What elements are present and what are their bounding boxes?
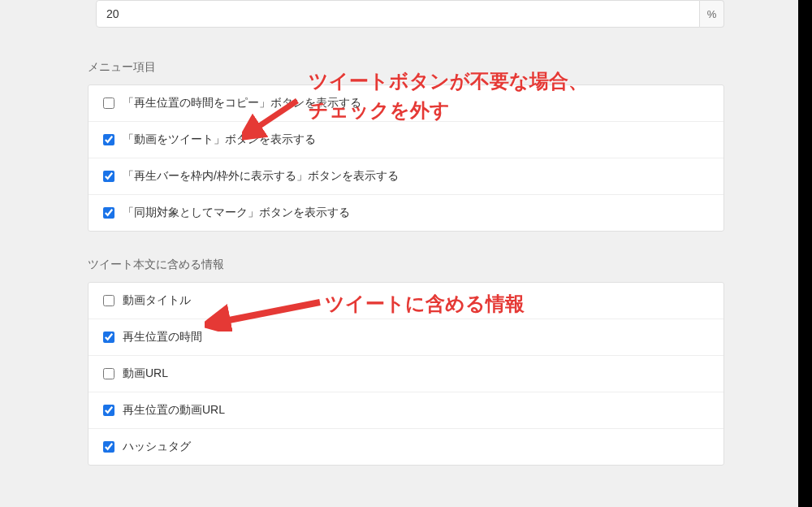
checkbox-label: 「再生バーを枠内/枠外に表示する」ボタンを表示する [123, 169, 399, 184]
checkbox-playback-time[interactable] [103, 332, 114, 343]
panel-menu-items: 「再生位置の時間をコピー」ボタンを表示する 「動画をツイート」ボタンを表示する … [88, 84, 724, 232]
checkbox-video-url[interactable] [103, 368, 114, 379]
checkbox-hashtag[interactable] [103, 441, 114, 453]
checkbox-label: ハッシュタグ [123, 440, 191, 454]
top-input-row: % [96, 0, 724, 28]
page-wrap: % メニュー項目 「再生位置の時間をコピー」ボタンを表示する 「動画をツイート」… [0, 0, 812, 507]
checkbox-label: 「再生位置の時間をコピー」ボタンを表示する [123, 96, 361, 110]
checkbox-label: 「同期対象としてマーク」ボタンを表示する [123, 206, 350, 220]
checkbox-sync-mark[interactable] [103, 207, 114, 219]
checkbox-video-title[interactable] [103, 295, 114, 306]
right-edge [798, 0, 812, 507]
checkbox-tweet-video[interactable] [103, 134, 114, 145]
checkbox-label: 動画タイトル [123, 293, 191, 308]
menu-item-row[interactable]: 「再生バーを枠内/枠外に表示する」ボタンを表示する [89, 158, 723, 195]
percent-input[interactable] [96, 0, 700, 28]
tweet-info-row[interactable]: 動画URL [89, 356, 723, 392]
checkbox-label: 「動画をツイート」ボタンを表示する [123, 132, 316, 147]
menu-item-row[interactable]: 「動画をツイート」ボタンを表示する [89, 122, 723, 158]
tweet-info-row[interactable]: ハッシュタグ [89, 429, 723, 465]
section-label-menu-items: メニュー項目 [88, 57, 724, 78]
tweet-info-row[interactable]: 再生位置の動画URL [89, 392, 723, 429]
checkbox-label: 再生位置の動画URL [123, 403, 225, 418]
percent-unit: % [700, 0, 724, 28]
menu-item-row[interactable]: 「再生位置の時間をコピー」ボタンを表示する [89, 85, 723, 122]
checkbox-playback-bar[interactable] [103, 171, 114, 182]
menu-item-row[interactable]: 「同期対象としてマーク」ボタンを表示する [89, 195, 723, 231]
checkbox-playback-video-url[interactable] [103, 405, 114, 416]
panel-tweet-info: 動画タイトル 再生位置の時間 動画URL 再生位置の動画URL ハッシュタグ [88, 282, 724, 466]
checkbox-label: 再生位置の時間 [123, 330, 202, 344]
section-label-tweet-info: ツイート本文に含める情報 [88, 254, 724, 275]
tweet-info-row[interactable]: 再生位置の時間 [89, 319, 723, 356]
checkbox-label: 動画URL [123, 366, 168, 381]
checkbox-copy-playback-time[interactable] [103, 98, 114, 109]
tweet-info-row[interactable]: 動画タイトル [89, 283, 723, 319]
